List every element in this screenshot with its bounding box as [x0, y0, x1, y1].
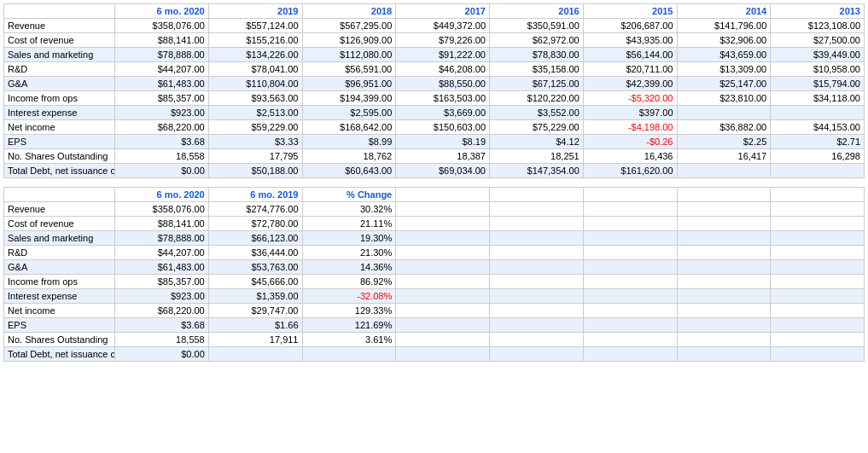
- row-value: [396, 318, 490, 333]
- row-value: $45,666.00: [208, 275, 302, 289]
- row-value: $123,108.00: [771, 19, 865, 33]
- row-value: [396, 231, 490, 246]
- comparison-header-6mo2020: 6 mo. 2020: [115, 188, 209, 202]
- row-value: $350,591.00: [490, 19, 584, 33]
- row-value: [677, 246, 771, 260]
- row-value: $62,972.00: [490, 33, 584, 48]
- row-label: Cost of revenue: [4, 217, 115, 231]
- row-value: [396, 304, 490, 318]
- row-label: No. Shares Outstanding: [4, 333, 115, 347]
- row-value: [396, 289, 490, 304]
- row-value: [583, 304, 677, 318]
- row-value: [771, 318, 865, 333]
- row-label: Revenue: [4, 202, 115, 217]
- row-value: 86.92%: [302, 275, 396, 289]
- row-value: $25,147.00: [677, 77, 771, 91]
- row-value: $79,226.00: [396, 33, 490, 48]
- row-value: [583, 347, 677, 362]
- row-value: $27,500.00: [771, 33, 865, 48]
- row-value: 121.69%: [302, 318, 396, 333]
- comparison-header-6mo2019: 6 mo. 2019: [208, 188, 302, 202]
- row-value: $120,220.00: [490, 91, 584, 106]
- row-value: $72,780.00: [208, 217, 302, 231]
- row-value: $43,935.00: [583, 33, 677, 48]
- comparison-table-body: Revenue$358,076.00$274,776.0030.32%Cost …: [4, 202, 865, 362]
- comparison-header-empty3: [583, 188, 677, 202]
- table-row: Income from ops$85,357.00$45,666.0086.92…: [4, 275, 865, 289]
- row-value: 16,436: [583, 149, 677, 164]
- row-value: $3.68: [115, 318, 209, 333]
- row-value: $88,141.00: [115, 33, 209, 48]
- row-value: [302, 347, 396, 362]
- row-label: Net income: [4, 120, 115, 135]
- row-value: -$0.26: [583, 135, 677, 149]
- row-value: $0.00: [115, 347, 209, 362]
- row-value: $358,076.00: [115, 19, 209, 33]
- row-value: [771, 202, 865, 217]
- row-value: 30.32%: [302, 202, 396, 217]
- row-value: $78,041.00: [208, 62, 302, 77]
- row-value: $112,080.00: [302, 48, 396, 62]
- row-value: $449,372.00: [396, 19, 490, 33]
- row-label: Revenue: [4, 19, 115, 33]
- row-value: $126,909.00: [302, 33, 396, 48]
- row-value: -$5,320.00: [583, 91, 677, 106]
- row-value: $2,513.00: [208, 106, 302, 120]
- row-value: [677, 318, 771, 333]
- comparison-header-empty2: [490, 188, 584, 202]
- row-value: [396, 275, 490, 289]
- table-row: No. Shares Outstanding18,55817,79518,762…: [4, 149, 865, 164]
- row-label: No. Shares Outstanding: [4, 149, 115, 164]
- row-label: Total Debt, net issuance costs: [4, 347, 115, 362]
- row-value: 17,911: [208, 333, 302, 347]
- row-value: $78,888.00: [115, 48, 209, 62]
- row-value: [677, 333, 771, 347]
- row-value: [490, 275, 584, 289]
- row-value: $88,550.00: [396, 77, 490, 91]
- annual-header-2015: 2015: [583, 4, 677, 19]
- row-value: $147,354.00: [490, 164, 584, 178]
- row-value: $3.68: [115, 135, 209, 149]
- row-value: $397.00: [583, 106, 677, 120]
- row-value: [583, 333, 677, 347]
- row-value: [677, 217, 771, 231]
- row-value: [490, 304, 584, 318]
- row-value: [490, 289, 584, 304]
- row-label: Total Debt, net issuance costs: [4, 164, 115, 178]
- row-value: $96,951.00: [302, 77, 396, 91]
- annual-header-2019: 2019: [208, 4, 302, 19]
- row-value: 21.11%: [302, 217, 396, 231]
- row-value: [490, 318, 584, 333]
- row-value: $46,208.00: [396, 62, 490, 77]
- table-row: Interest expense$923.00$2,513.00$2,595.0…: [4, 106, 865, 120]
- table-row: EPS$3.68$1.66121.69%: [4, 318, 865, 333]
- row-value: $163,503.00: [396, 91, 490, 106]
- row-value: [771, 275, 865, 289]
- row-value: $67,125.00: [490, 77, 584, 91]
- row-value: [677, 347, 771, 362]
- row-value: $206,687.00: [583, 19, 677, 33]
- row-value: 18,558: [115, 149, 209, 164]
- table-row: Cost of revenue$88,141.00$155,216.00$126…: [4, 33, 865, 48]
- row-value: $134,226.00: [208, 48, 302, 62]
- row-value: $3.33: [208, 135, 302, 149]
- row-value: [771, 289, 865, 304]
- row-value: $150,603.00: [396, 120, 490, 135]
- row-value: [771, 164, 865, 178]
- table-row: Interest expense$923.00$1,359.00-32.08%: [4, 289, 865, 304]
- row-value: $155,216.00: [208, 33, 302, 48]
- table-row: G&A$61,483.00$53,763.0014.36%: [4, 260, 865, 275]
- row-value: $20,711.00: [583, 62, 677, 77]
- row-value: [490, 246, 584, 260]
- row-value: -32.08%: [302, 289, 396, 304]
- row-label: Income from ops: [4, 275, 115, 289]
- annual-header-6mo2020: 6 mo. 2020: [115, 4, 209, 19]
- row-value: $3,669.00: [396, 106, 490, 120]
- row-value: [677, 275, 771, 289]
- row-value: [396, 260, 490, 275]
- table-row: Sales and marketing$78,888.00$66,123.001…: [4, 231, 865, 246]
- row-value: $10,958.00: [771, 62, 865, 77]
- row-value: [208, 347, 302, 362]
- row-value: [490, 260, 584, 275]
- row-label: Cost of revenue: [4, 33, 115, 48]
